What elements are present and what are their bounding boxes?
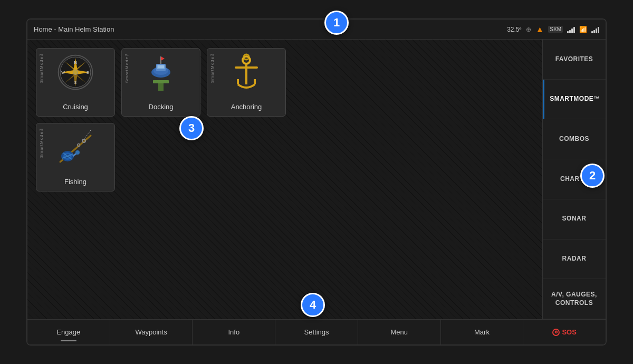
svg-rect-21	[158, 65, 164, 68]
fishing-label: Fishing	[64, 178, 87, 186]
speed-display: 32.5ᵉ	[507, 26, 522, 33]
settings-button[interactable]: Settings	[275, 320, 358, 344]
svg-text:E: E	[87, 70, 89, 75]
header-title: Home - Main Helm Station	[34, 25, 114, 33]
sidebar-item-combos[interactable]: COMBOS	[543, 119, 606, 159]
sidebar-item-av-gauges[interactable]: A/V, GAUGES, CONTROLS	[543, 279, 606, 319]
cruising-label: Cruising	[63, 103, 88, 111]
footer: Engage Waypoints Info Settings Menu Mark…	[27, 319, 606, 344]
svg-point-10	[73, 70, 78, 75]
svg-marker-23	[161, 56, 165, 61]
boat-icon	[142, 51, 179, 93]
smartmode-row-2: SmartMode™	[36, 123, 534, 191]
page-wrapper: 1 2 3 4 Home - Main Helm Station 32.5ᵉ ⊕…	[0, 0, 633, 364]
waypoints-button[interactable]: Waypoints	[110, 320, 193, 344]
anchor-icon	[227, 52, 265, 93]
fishing-card[interactable]: SmartMode™	[36, 123, 115, 191]
sidebar-item-sonar[interactable]: SONAR	[543, 199, 606, 240]
cruising-icon-area: N S E W	[36, 49, 114, 96]
svg-text:S: S	[74, 80, 77, 85]
wifi-icon: 📶	[579, 26, 587, 33]
sidebar-item-smartmode[interactable]: SMARTMODE™	[543, 80, 606, 120]
sidebar-item-favorites[interactable]: FAVORITES	[543, 40, 606, 80]
garmin-icon: ▲	[535, 25, 544, 34]
fishing-icon-area	[36, 123, 114, 171]
menu-button[interactable]: Menu	[358, 320, 441, 344]
info-button[interactable]: Info	[193, 320, 275, 344]
fishing-reel-icon	[55, 128, 96, 167]
callout-2: 2	[580, 164, 605, 188]
header: Home - Main Helm Station 32.5ᵉ ⊕ ▲ SXM 📶	[27, 20, 606, 40]
docking-icon-area	[122, 49, 200, 96]
svg-point-36	[75, 150, 80, 155]
main-area: SmartMode™	[27, 40, 606, 319]
callout-4: 4	[301, 293, 325, 317]
sos-icon: ⊗ SOS	[552, 328, 576, 336]
engage-button[interactable]: Engage	[27, 320, 110, 344]
docking-card[interactable]: SmartMode™	[121, 48, 200, 117]
svg-text:N: N	[74, 60, 76, 65]
signal-bars-2	[591, 26, 599, 33]
smartmode-row-1: SmartMode™	[36, 48, 534, 117]
svg-text:W: W	[61, 70, 65, 75]
sos-circle: ⊗	[552, 329, 560, 336]
sxm-badge: SXM	[548, 26, 563, 33]
compass-icon: N S E W	[56, 53, 94, 91]
location-icon: ⊕	[526, 26, 531, 33]
docking-label: Docking	[149, 103, 174, 111]
mark-button[interactable]: Mark	[441, 320, 524, 344]
callout-3: 3	[179, 116, 204, 140]
sidebar-item-radar[interactable]: RADAR	[543, 240, 606, 280]
anchoring-icon-area	[207, 49, 285, 96]
anchoring-card[interactable]: SmartMode™	[207, 48, 286, 117]
header-status: 32.5ᵉ ⊕ ▲ SXM 📶	[507, 25, 599, 34]
signal-bars-1	[567, 26, 575, 33]
svg-rect-16	[158, 83, 164, 91]
svg-rect-15	[153, 80, 169, 83]
anchoring-label: Anchoring	[231, 103, 262, 111]
content-panel: SmartMode™	[27, 40, 542, 319]
callout-1: 1	[324, 11, 349, 35]
sos-button[interactable]: ⊗ SOS	[523, 320, 606, 344]
cruising-card[interactable]: SmartMode™	[36, 48, 115, 117]
